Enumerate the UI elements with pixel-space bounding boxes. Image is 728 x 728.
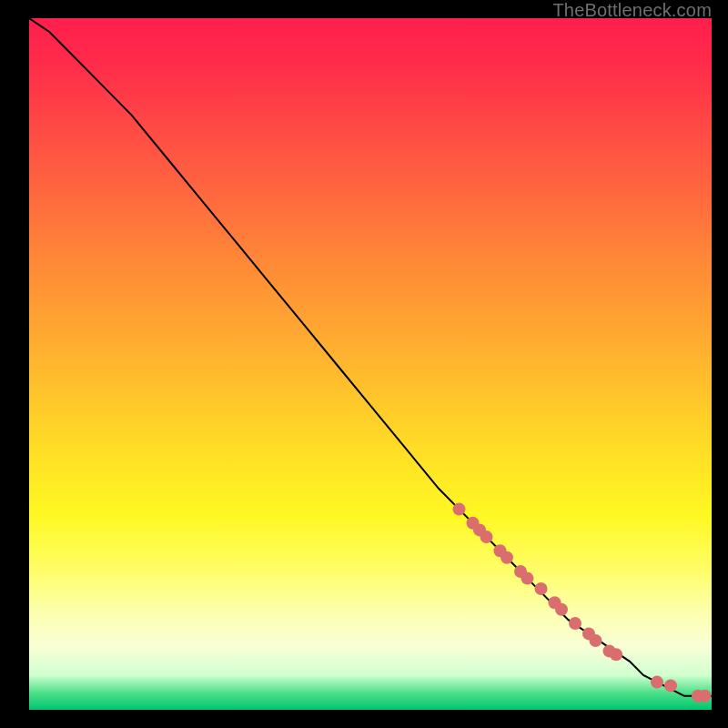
curve-path — [29, 18, 712, 696]
data-marker — [480, 531, 493, 543]
chart-overlay — [29, 18, 712, 710]
data-marker — [521, 572, 534, 585]
data-marker — [535, 582, 548, 595]
data-marker — [699, 690, 712, 703]
data-marker — [555, 603, 568, 616]
data-marker — [500, 551, 513, 564]
data-marker — [664, 679, 677, 692]
plot-area — [29, 18, 712, 710]
data-marker — [610, 648, 622, 661]
data-marker — [590, 634, 602, 647]
data-marker — [651, 676, 663, 689]
chart-frame: TheBottleneck.com — [0, 0, 728, 728]
watermark-text: TheBottleneck.com — [552, 0, 712, 21]
data-marker — [569, 617, 581, 630]
highlighted-markers — [453, 503, 712, 703]
data-marker — [453, 503, 466, 516]
curve-line — [29, 18, 712, 696]
